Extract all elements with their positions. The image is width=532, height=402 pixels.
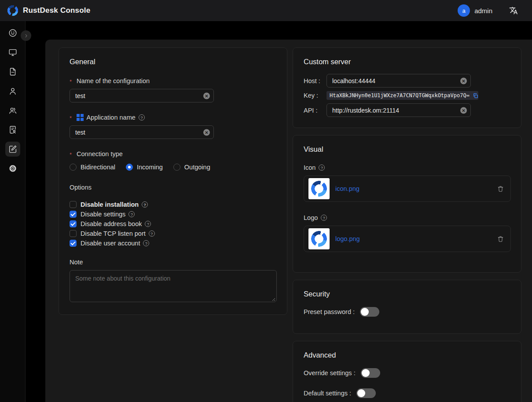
checkbox-box: [70, 230, 77, 237]
disable-tcp-help-icon[interactable]: [149, 230, 155, 237]
key-label: Key :: [304, 92, 327, 99]
sidebar-item-dashboard[interactable]: [3, 23, 22, 43]
host-label: Host :: [304, 77, 327, 84]
rustdesk-logo-icon: [7, 5, 18, 16]
user-name: admin: [474, 7, 492, 15]
delete-icon-trash-icon[interactable]: [497, 185, 504, 193]
avatar: a: [458, 4, 470, 17]
logo-thumbnail: [308, 228, 330, 249]
logo-file-link[interactable]: logo.png: [335, 235, 360, 242]
logo-file-row: logo.png: [304, 226, 511, 252]
edit-config-icon: [5, 142, 20, 157]
rustdesk-logo-icon: [311, 230, 327, 247]
radio-incoming[interactable]: Incoming: [126, 164, 163, 171]
visual-card: Visual Icon icon.png Logo: [293, 135, 521, 273]
app-name-help-icon[interactable]: [139, 114, 145, 121]
sidebar-item-logs[interactable]: [3, 62, 22, 81]
config-name-input[interactable]: [70, 89, 214, 102]
disable-address-book-help-icon[interactable]: [145, 221, 151, 227]
icon-thumbnail: [308, 178, 330, 199]
override-settings-row: Override settings :: [304, 368, 510, 378]
security-title: Security: [304, 290, 510, 298]
host-input[interactable]: [327, 74, 471, 88]
checkbox-disable-address-book[interactable]: Disable address book: [70, 219, 276, 229]
preset-password-toggle[interactable]: [360, 307, 379, 317]
options-list: Disable installation Disable settings Di…: [70, 200, 276, 248]
checkbox-disable-user-account[interactable]: Disable user account: [70, 238, 276, 248]
radio-circle: [173, 164, 180, 171]
logo-label: Logo: [304, 214, 510, 221]
disable-installation-help-icon[interactable]: [142, 201, 148, 208]
users-group-icon: [5, 103, 20, 118]
app-header: RustDesk Console a admin: [0, 0, 532, 21]
key-value: HtaXBkJNHyn0e1U1jWXze7A7CN7QTGWqxkOtpaVp…: [330, 92, 470, 99]
checkbox-box: [70, 201, 77, 208]
smiley-icon: [5, 26, 20, 40]
api-input[interactable]: [327, 103, 471, 117]
sidebar-nav: [0, 21, 26, 402]
checkbox-disable-settings[interactable]: Disable settings: [70, 209, 276, 219]
sidebar-item-devices[interactable]: [3, 43, 22, 62]
disable-settings-help-icon[interactable]: [128, 211, 135, 217]
api-row: API :: [304, 103, 510, 117]
clear-app-name-icon[interactable]: [203, 129, 210, 135]
override-settings-toggle[interactable]: [361, 368, 380, 378]
radio-circle: [70, 164, 77, 171]
advanced-card: Advanced Override settings : Default set…: [293, 341, 521, 402]
config-name-label: Name of the configuration: [70, 77, 276, 84]
settings-gear-icon: [5, 161, 20, 176]
default-settings-label: Default settings :: [304, 390, 351, 397]
devices-monitor-icon: [5, 45, 20, 60]
checkbox-box-checked: [70, 211, 77, 218]
sidebar-expand-button[interactable]: [21, 30, 31, 41]
copy-key-icon[interactable]: [473, 93, 478, 99]
advanced-title: Advanced: [304, 351, 510, 359]
connection-type-label: Connection type: [70, 150, 276, 157]
windows-logo-icon: [77, 114, 84, 121]
language-translate-icon[interactable]: [509, 6, 518, 15]
clear-name-icon[interactable]: [203, 92, 210, 99]
visual-title: Visual: [304, 145, 510, 153]
preset-password-label: Preset password :: [304, 308, 355, 315]
checkbox-disable-installation[interactable]: Disable installation: [70, 200, 276, 209]
sidebar-item-audit[interactable]: [3, 120, 22, 139]
checkbox-box-checked: [70, 240, 77, 247]
note-textarea[interactable]: [70, 270, 277, 302]
note-label: Note: [70, 259, 276, 266]
app-name-input[interactable]: [70, 125, 214, 139]
disable-user-account-help-icon[interactable]: [143, 240, 149, 246]
custom-server-card: Custom server Host : Key : HtaXBkJNHyn0e…: [293, 48, 521, 128]
clear-api-icon[interactable]: [460, 107, 467, 113]
override-settings-label: Override settings :: [304, 369, 356, 376]
checkbox-box-checked: [70, 220, 77, 227]
document-icon: [5, 64, 20, 79]
host-row: Host :: [304, 74, 510, 88]
key-row: Key : HtaXBkJNHyn0e1U1jWXze7A7CN7QTGWqxk…: [304, 91, 510, 100]
security-card: Security Preset password :: [293, 280, 521, 334]
checkbox-disable-tcp-listen-port[interactable]: Disable TCP listen port: [70, 229, 276, 238]
api-label: API :: [304, 107, 327, 114]
radio-outgoing[interactable]: Outgoing: [173, 164, 210, 171]
general-title: General: [70, 58, 276, 66]
audit-log-icon: [5, 122, 20, 137]
sidebar-item-groups[interactable]: [3, 101, 22, 120]
connection-type-radios: Bidirectional Incoming Outgoing: [70, 164, 276, 171]
default-settings-toggle[interactable]: [356, 388, 376, 398]
clear-host-icon[interactable]: [460, 77, 467, 84]
icon-file-link[interactable]: icon.png: [335, 185, 360, 192]
user-menu[interactable]: a admin: [458, 4, 492, 17]
delete-logo-trash-icon[interactable]: [497, 235, 504, 243]
logo-help-icon[interactable]: [321, 215, 327, 221]
icon-label: Icon: [304, 164, 510, 171]
general-card: General Name of the configuration Applic…: [59, 48, 287, 315]
main-content: General Name of the configuration Applic…: [45, 40, 532, 402]
user-icon: [5, 84, 20, 99]
options-label: Options: [70, 184, 276, 191]
sidebar-item-users[interactable]: [3, 81, 22, 101]
sidebar-item-settings[interactable]: [3, 159, 22, 178]
icon-help-icon[interactable]: [319, 164, 325, 171]
radio-bidirectional[interactable]: Bidirectional: [70, 164, 115, 171]
default-settings-row: Default settings :: [304, 388, 510, 398]
sidebar-item-strategies[interactable]: [3, 139, 22, 159]
rustdesk-logo-icon: [311, 180, 327, 197]
